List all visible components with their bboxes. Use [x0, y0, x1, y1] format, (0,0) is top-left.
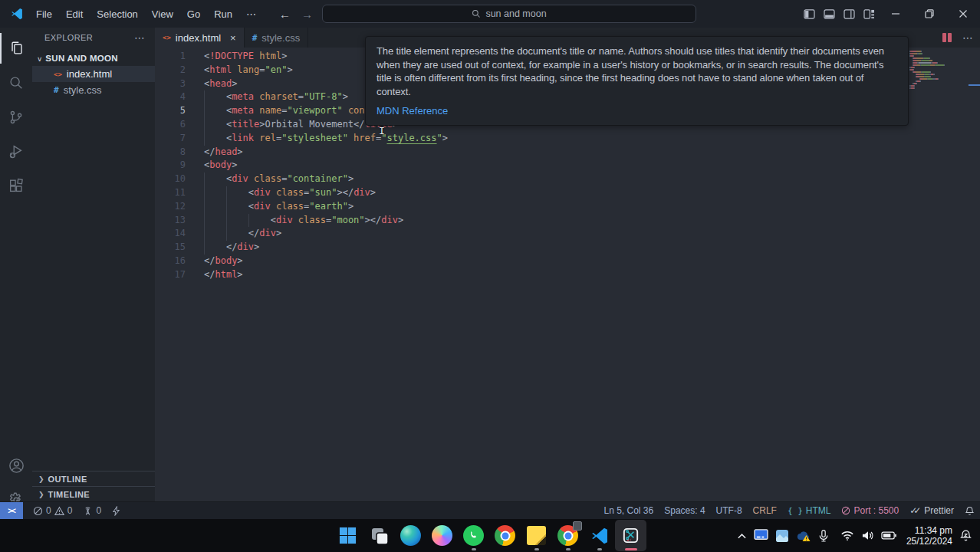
problems-indicator[interactable]: 0 0 — [28, 502, 77, 520]
run-debug-icon[interactable] — [0, 136, 32, 167]
code-line[interactable]: 13 <div class="moon"></div> — [155, 214, 980, 228]
line-number[interactable]: 11 — [155, 186, 186, 200]
menu-run[interactable]: Run — [207, 8, 239, 20]
task-view-button[interactable] — [363, 520, 395, 551]
search-view-icon[interactable] — [0, 67, 32, 98]
windows-logo-icon — [338, 526, 357, 545]
line-number[interactable]: 14 — [155, 227, 186, 241]
tab-index-html[interactable]: <> index.html × — [155, 28, 245, 48]
code-line[interactable]: 9<body> — [155, 159, 980, 172]
toggle-secondary-sidebar-icon[interactable] — [839, 0, 859, 28]
indentation[interactable]: Spaces: 4 — [659, 502, 710, 520]
cursor-position[interactable]: Ln 5, Col 36 — [599, 502, 659, 520]
start-button[interactable] — [332, 520, 363, 551]
menu-view[interactable]: View — [145, 8, 180, 20]
line-number[interactable]: 13 — [155, 214, 186, 228]
menu-edit[interactable]: Edit — [59, 8, 90, 20]
code-line[interactable]: 15 </div> — [155, 241, 980, 255]
line-number[interactable]: 3 — [155, 77, 186, 91]
line-number[interactable]: 9 — [155, 159, 186, 172]
tray-wifi-icon[interactable] — [840, 530, 854, 541]
code-line[interactable]: 12 <div class="earth"> — [155, 200, 980, 214]
editor-more-actions[interactable]: ⋯ — [962, 31, 974, 44]
folder-sun-and-moon[interactable]: ∨ SUN AND MOON — [32, 51, 155, 66]
outline-section[interactable]: ❯ OUTLINE — [32, 471, 155, 486]
menu-go[interactable]: Go — [180, 8, 207, 20]
account-icon[interactable] — [0, 450, 32, 481]
tray-expand-chevron[interactable] — [737, 532, 747, 540]
minimap[interactable] — [909, 51, 966, 90]
line-number[interactable]: 12 — [155, 200, 186, 214]
explorer-title: EXPLORER — [44, 33, 134, 42]
code-line[interactable]: 14 </div> — [155, 227, 980, 241]
source-control-icon[interactable] — [0, 102, 32, 133]
eol-sequence[interactable]: CRLF — [748, 502, 782, 520]
timeline-section[interactable]: ❯ TIMELINE — [32, 486, 155, 501]
live-server-port[interactable]: Port : 5500 — [836, 502, 904, 520]
line-number[interactable]: 7 — [155, 132, 186, 146]
live-reload-indicator[interactable] — [107, 502, 126, 520]
close-tab-icon[interactable]: × — [230, 32, 236, 44]
menu-selection[interactable]: Selection — [90, 8, 144, 20]
sticky-notes-button[interactable] — [521, 520, 552, 551]
extensions-icon[interactable] — [0, 171, 32, 202]
line-number[interactable]: 6 — [155, 118, 186, 132]
line-number[interactable]: 15 — [155, 241, 186, 255]
line-number[interactable]: 1 — [155, 50, 186, 64]
code-line[interactable]: 11 <div class="sun"></div> — [155, 186, 980, 200]
code-line[interactable]: 7 <link rel="stylesheet" href="style.css… — [155, 132, 980, 146]
vscode-logo-icon — [10, 7, 24, 21]
tray-onedrive-warning-icon[interactable] — [796, 530, 811, 542]
menu-overflow[interactable]: ⋯ — [239, 8, 263, 20]
tab-style-css[interactable]: # style.css — [245, 28, 308, 48]
notifications-bell[interactable] — [959, 502, 980, 520]
whatsapp-button[interactable] — [458, 520, 489, 551]
explorer-icon[interactable] — [0, 33, 32, 64]
code-line[interactable]: 16</body> — [155, 255, 980, 268]
chrome-button[interactable] — [489, 520, 521, 551]
tray-battery-icon[interactable] — [881, 531, 896, 540]
tray-display-app-icon[interactable] — [754, 529, 768, 542]
minimize-button[interactable] — [879, 0, 913, 28]
taskbar-clock[interactable]: 11:34 pm 25/12/2024 — [906, 525, 952, 547]
line-number[interactable]: 4 — [155, 90, 186, 104]
close-button[interactable] — [946, 0, 980, 28]
explorer-more-actions[interactable]: ⋯ — [134, 31, 146, 44]
tray-volume-icon[interactable] — [861, 530, 874, 541]
code-line[interactable]: 8</head> — [155, 146, 980, 159]
code-line[interactable]: 10 <div class="container"> — [155, 172, 980, 186]
language-mode[interactable]: { } HTML — [782, 502, 837, 520]
ports-indicator[interactable]: 0 — [77, 502, 107, 520]
vscode-button[interactable] — [584, 520, 615, 551]
edge-button[interactable] — [395, 520, 426, 551]
line-number[interactable]: 2 — [155, 64, 186, 77]
formatter-status[interactable]: ✓✓ Prettier — [904, 502, 959, 520]
snipping-tool-button[interactable] — [615, 520, 646, 551]
line-number[interactable]: 8 — [155, 146, 186, 159]
history-back-icon[interactable]: ← — [279, 8, 291, 21]
toggle-panel-icon[interactable] — [819, 0, 839, 28]
copilot-button[interactable] — [426, 520, 458, 551]
notification-bell-dnd-icon[interactable] — [959, 529, 972, 542]
history-forward-icon[interactable]: → — [301, 8, 313, 21]
search-query: sun and moon — [485, 8, 546, 19]
toggle-sidebar-icon[interactable] — [799, 0, 819, 28]
mdn-reference-link[interactable]: MDN Reference — [377, 105, 897, 117]
line-number[interactable]: 5 — [155, 104, 186, 118]
restore-button[interactable] — [913, 0, 946, 28]
line-number[interactable]: 16 — [155, 255, 186, 268]
tray-microphone-icon[interactable] — [818, 529, 829, 543]
code-line[interactable]: 17</html> — [155, 268, 980, 282]
tray-photos-app-icon[interactable] — [775, 529, 789, 543]
command-center-search[interactable]: sun and moon — [322, 5, 696, 23]
encoding[interactable]: UTF-8 — [711, 502, 748, 520]
remote-indicator[interactable]: >< — [0, 502, 23, 520]
line-number[interactable]: 17 — [155, 268, 186, 282]
split-editor-icon[interactable] — [942, 33, 952, 42]
file-index-html[interactable]: <> index.html — [32, 66, 155, 82]
line-number[interactable]: 10 — [155, 172, 186, 186]
menu-file[interactable]: File — [29, 8, 59, 20]
file-style-css[interactable]: # style.css — [32, 82, 155, 98]
chrome-profile2-button[interactable] — [552, 520, 584, 551]
customize-layout-icon[interactable] — [859, 0, 879, 28]
